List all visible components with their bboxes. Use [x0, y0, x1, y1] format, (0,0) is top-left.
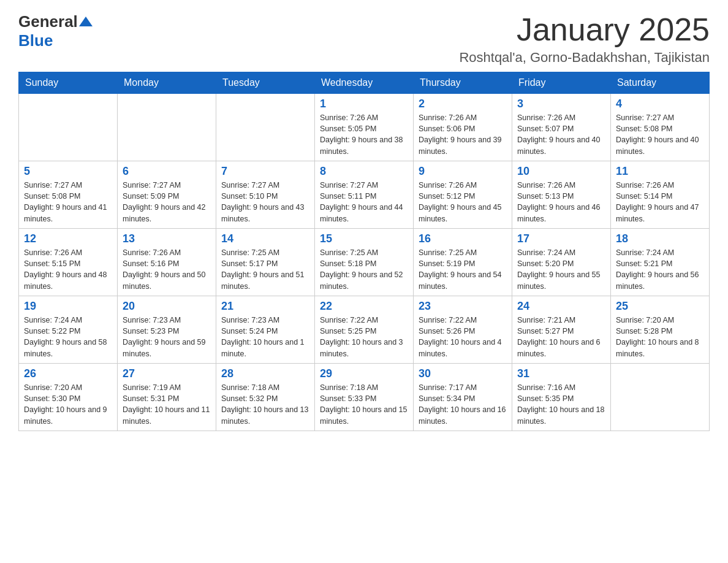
day-number: 19 — [24, 300, 112, 313]
month-year-title: January 2025 — [459, 12, 710, 47]
day-info: Sunrise: 7:27 AMSunset: 5:08 PMDaylight:… — [24, 180, 112, 224]
calendar-cell: 12Sunrise: 7:26 AMSunset: 5:15 PMDayligh… — [19, 229, 118, 296]
svg-marker-0 — [79, 17, 93, 26]
day-info: Sunrise: 7:18 AMSunset: 5:33 PMDaylight:… — [320, 382, 408, 427]
calendar-header-thursday: Thursday — [414, 72, 512, 94]
day-number: 13 — [123, 232, 211, 245]
calendar-week-row: 26Sunrise: 7:20 AMSunset: 5:30 PMDayligh… — [19, 364, 710, 431]
day-number: 10 — [517, 165, 605, 178]
calendar-header-friday: Friday — [512, 72, 611, 94]
calendar-cell — [118, 94, 216, 161]
day-number: 23 — [419, 300, 507, 313]
day-info: Sunrise: 7:26 AMSunset: 5:12 PMDaylight:… — [419, 180, 507, 224]
day-number: 30 — [419, 367, 507, 380]
page-header: General Blue January 2025 Roshtqal'a, Go… — [18, 12, 710, 66]
day-number: 7 — [221, 165, 309, 178]
day-number: 15 — [320, 232, 408, 245]
calendar-cell: 25Sunrise: 7:20 AMSunset: 5:28 PMDayligh… — [611, 296, 710, 364]
calendar-cell: 20Sunrise: 7:23 AMSunset: 5:23 PMDayligh… — [118, 296, 216, 364]
calendar-header-sunday: Sunday — [19, 72, 118, 94]
day-number: 21 — [221, 300, 309, 313]
day-number: 2 — [419, 98, 507, 110]
calendar-cell: 7Sunrise: 7:27 AMSunset: 5:10 PMDaylight… — [216, 161, 315, 229]
calendar-cell: 5Sunrise: 7:27 AMSunset: 5:08 PMDaylight… — [19, 161, 118, 229]
logo-general: General — [18, 12, 78, 31]
calendar-week-row: 19Sunrise: 7:24 AMSunset: 5:22 PMDayligh… — [19, 296, 710, 364]
calendar-cell: 28Sunrise: 7:18 AMSunset: 5:32 PMDayligh… — [216, 364, 315, 431]
day-number: 6 — [123, 165, 211, 178]
day-info: Sunrise: 7:26 AMSunset: 5:07 PMDaylight:… — [517, 112, 605, 157]
calendar-header-row: SundayMondayTuesdayWednesdayThursdayFrid… — [19, 72, 710, 94]
calendar-cell — [611, 364, 710, 431]
calendar-cell: 2Sunrise: 7:26 AMSunset: 5:06 PMDaylight… — [414, 94, 512, 161]
day-info: Sunrise: 7:26 AMSunset: 5:05 PMDaylight:… — [320, 112, 408, 157]
calendar-cell: 9Sunrise: 7:26 AMSunset: 5:12 PMDaylight… — [414, 161, 512, 229]
title-area: January 2025 Roshtqal'a, Gorno-Badakhsha… — [459, 12, 710, 66]
calendar-cell: 18Sunrise: 7:24 AMSunset: 5:21 PMDayligh… — [611, 229, 710, 296]
day-number: 17 — [517, 232, 605, 245]
calendar-week-row: 12Sunrise: 7:26 AMSunset: 5:15 PMDayligh… — [19, 229, 710, 296]
day-info: Sunrise: 7:20 AMSunset: 5:28 PMDaylight:… — [616, 315, 704, 359]
day-info: Sunrise: 7:26 AMSunset: 5:15 PMDaylight:… — [24, 247, 112, 292]
calendar-cell: 31Sunrise: 7:16 AMSunset: 5:35 PMDayligh… — [512, 364, 611, 431]
day-info: Sunrise: 7:25 AMSunset: 5:17 PMDaylight:… — [221, 247, 309, 292]
day-number: 4 — [616, 98, 704, 110]
day-info: Sunrise: 7:26 AMSunset: 5:14 PMDaylight:… — [616, 180, 704, 224]
day-number: 11 — [616, 165, 704, 178]
calendar-cell: 15Sunrise: 7:25 AMSunset: 5:18 PMDayligh… — [315, 229, 414, 296]
calendar-cell: 4Sunrise: 7:27 AMSunset: 5:08 PMDaylight… — [611, 94, 710, 161]
calendar-table: SundayMondayTuesdayWednesdayThursdayFrid… — [18, 72, 710, 431]
calendar-cell: 3Sunrise: 7:26 AMSunset: 5:07 PMDaylight… — [512, 94, 611, 161]
calendar-cell: 14Sunrise: 7:25 AMSunset: 5:17 PMDayligh… — [216, 229, 315, 296]
day-number: 12 — [24, 232, 112, 245]
calendar-cell: 27Sunrise: 7:19 AMSunset: 5:31 PMDayligh… — [118, 364, 216, 431]
calendar-cell: 16Sunrise: 7:25 AMSunset: 5:19 PMDayligh… — [414, 229, 512, 296]
day-number: 3 — [517, 98, 605, 110]
day-info: Sunrise: 7:27 AMSunset: 5:10 PMDaylight:… — [221, 180, 309, 224]
day-info: Sunrise: 7:17 AMSunset: 5:34 PMDaylight:… — [419, 382, 507, 427]
day-number: 28 — [221, 367, 309, 380]
calendar-week-row: 1Sunrise: 7:26 AMSunset: 5:05 PMDaylight… — [19, 94, 710, 161]
calendar-cell: 10Sunrise: 7:26 AMSunset: 5:13 PMDayligh… — [512, 161, 611, 229]
calendar-week-row: 5Sunrise: 7:27 AMSunset: 5:08 PMDaylight… — [19, 161, 710, 229]
day-number: 26 — [24, 367, 112, 380]
calendar-header-saturday: Saturday — [611, 72, 710, 94]
day-info: Sunrise: 7:22 AMSunset: 5:26 PMDaylight:… — [419, 315, 507, 359]
calendar-cell: 24Sunrise: 7:21 AMSunset: 5:27 PMDayligh… — [512, 296, 611, 364]
day-info: Sunrise: 7:27 AMSunset: 5:11 PMDaylight:… — [320, 180, 408, 224]
calendar-header-monday: Monday — [118, 72, 216, 94]
day-info: Sunrise: 7:20 AMSunset: 5:30 PMDaylight:… — [24, 382, 112, 427]
day-number: 31 — [517, 367, 605, 380]
day-number: 14 — [221, 232, 309, 245]
calendar-cell: 6Sunrise: 7:27 AMSunset: 5:09 PMDaylight… — [118, 161, 216, 229]
day-info: Sunrise: 7:22 AMSunset: 5:25 PMDaylight:… — [320, 315, 408, 359]
calendar-cell: 8Sunrise: 7:27 AMSunset: 5:11 PMDaylight… — [315, 161, 414, 229]
calendar-cell: 1Sunrise: 7:26 AMSunset: 5:05 PMDaylight… — [315, 94, 414, 161]
day-info: Sunrise: 7:18 AMSunset: 5:32 PMDaylight:… — [221, 382, 309, 427]
calendar-cell: 19Sunrise: 7:24 AMSunset: 5:22 PMDayligh… — [19, 296, 118, 364]
day-info: Sunrise: 7:25 AMSunset: 5:19 PMDaylight:… — [419, 247, 507, 292]
logo-triangle-icon — [79, 15, 93, 26]
calendar-cell: 26Sunrise: 7:20 AMSunset: 5:30 PMDayligh… — [19, 364, 118, 431]
calendar-cell: 29Sunrise: 7:18 AMSunset: 5:33 PMDayligh… — [315, 364, 414, 431]
day-info: Sunrise: 7:27 AMSunset: 5:08 PMDaylight:… — [616, 112, 704, 157]
day-number: 9 — [419, 165, 507, 178]
day-number: 27 — [123, 367, 211, 380]
day-info: Sunrise: 7:26 AMSunset: 5:06 PMDaylight:… — [419, 112, 507, 157]
calendar-cell: 13Sunrise: 7:26 AMSunset: 5:16 PMDayligh… — [118, 229, 216, 296]
day-info: Sunrise: 7:23 AMSunset: 5:23 PMDaylight:… — [123, 315, 211, 359]
calendar-header-wednesday: Wednesday — [315, 72, 414, 94]
day-info: Sunrise: 7:27 AMSunset: 5:09 PMDaylight:… — [123, 180, 211, 224]
day-number: 22 — [320, 300, 408, 313]
day-number: 5 — [24, 165, 112, 178]
day-info: Sunrise: 7:19 AMSunset: 5:31 PMDaylight:… — [123, 382, 211, 427]
calendar-cell: 23Sunrise: 7:22 AMSunset: 5:26 PMDayligh… — [414, 296, 512, 364]
calendar-cell: 21Sunrise: 7:23 AMSunset: 5:24 PMDayligh… — [216, 296, 315, 364]
logo: General Blue — [18, 12, 93, 50]
day-number: 8 — [320, 165, 408, 178]
logo-blue: Blue — [18, 31, 53, 50]
day-info: Sunrise: 7:26 AMSunset: 5:16 PMDaylight:… — [123, 247, 211, 292]
day-number: 25 — [616, 300, 704, 313]
calendar-cell: 11Sunrise: 7:26 AMSunset: 5:14 PMDayligh… — [611, 161, 710, 229]
day-info: Sunrise: 7:23 AMSunset: 5:24 PMDaylight:… — [221, 315, 309, 359]
